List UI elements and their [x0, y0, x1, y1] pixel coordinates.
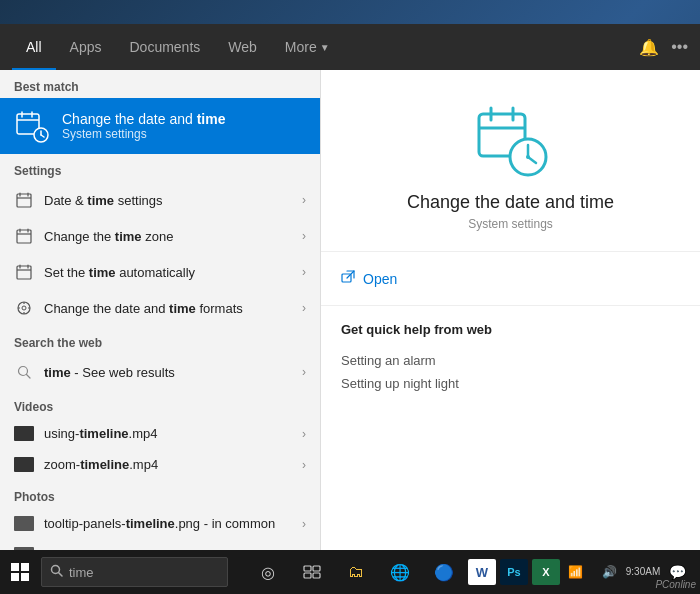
right-actions: Open — [321, 252, 700, 306]
web-label: Search the web — [0, 326, 320, 354]
best-match-title: Change the date and time — [62, 111, 225, 127]
timezone-icon — [14, 226, 34, 246]
help-link-2[interactable]: Setting up night light — [341, 372, 680, 395]
list-item-video1[interactable]: using-timeline.mp4 › — [0, 418, 320, 449]
right-panel: Change the date and time System settings… — [320, 70, 700, 550]
watermark: PConline — [655, 579, 696, 590]
arrow-icon: › — [302, 301, 306, 315]
open-action[interactable]: Open — [341, 264, 680, 293]
start-menu: All Apps Documents Web More ▼ 🔔 ••• Best — [0, 24, 700, 550]
feedback-icon[interactable]: 🔔 — [639, 38, 659, 57]
file-explorer-icon[interactable]: 🗂 — [336, 550, 376, 594]
list-item-photo1[interactable]: tooltip-panels-timeline.png - in common … — [0, 508, 320, 539]
list-item-timezone[interactable]: Change the time zone › — [0, 218, 320, 254]
left-panel: Best match — [0, 70, 320, 550]
list-item-formats-text: Change the date and time formats — [44, 301, 292, 316]
svg-rect-15 — [17, 266, 31, 279]
cortana-icon[interactable]: ◎ — [248, 550, 288, 594]
open-label: Open — [363, 271, 397, 287]
tab-all[interactable]: All — [12, 24, 56, 70]
arrow-icon: › — [302, 458, 306, 472]
auto-time-icon — [14, 262, 34, 282]
formats-icon — [14, 298, 34, 318]
list-item-timezone-text: Change the time zone — [44, 229, 292, 244]
date-time-icon — [14, 190, 34, 210]
photoshop-icon[interactable]: Ps — [500, 559, 528, 585]
svg-rect-39 — [11, 573, 19, 581]
volume-icon[interactable]: 🔊 — [594, 550, 624, 594]
taskbar-search-text: time — [69, 565, 94, 580]
right-subtitle: System settings — [468, 217, 553, 231]
video2-text: zoom-timeline.mp4 — [44, 457, 292, 472]
tab-apps[interactable]: Apps — [56, 24, 116, 70]
list-item-web-search[interactable]: time - See web results › — [0, 354, 320, 390]
chevron-down-icon: ▼ — [320, 42, 330, 53]
taskbar-search-box[interactable]: time — [41, 557, 228, 587]
arrow-icon: › — [302, 193, 306, 207]
svg-line-42 — [58, 573, 62, 577]
taskbar-center-icons: ◎ 🗂 🌐 🔵 W Ps X — [248, 550, 560, 594]
right-top: Change the date and time System settings — [321, 70, 700, 252]
tab-more[interactable]: More ▼ — [271, 24, 344, 70]
chrome-icon[interactable]: 🔵 — [424, 550, 464, 594]
svg-line-26 — [27, 375, 31, 379]
search-tabs: All Apps Documents Web More ▼ — [12, 24, 344, 70]
svg-rect-46 — [313, 573, 320, 578]
edge-icon[interactable]: 🌐 — [380, 550, 420, 594]
task-view-icon[interactable] — [292, 550, 332, 594]
svg-rect-37 — [11, 563, 19, 571]
settings-label: Settings — [0, 154, 320, 182]
search-web-icon — [14, 362, 34, 382]
best-match-subtitle: System settings — [62, 127, 225, 141]
start-button[interactable] — [0, 550, 41, 594]
search-panel: All Apps Documents Web More ▼ 🔔 ••• — [0, 24, 700, 70]
app-icon — [471, 100, 551, 180]
search-actions: 🔔 ••• — [639, 38, 688, 57]
arrow-icon: › — [302, 265, 306, 279]
svg-rect-44 — [313, 566, 320, 571]
photo-file-icon — [14, 516, 34, 531]
video-file-icon2 — [14, 457, 34, 472]
taskbar: time ◎ 🗂 🌐 🔵 W Ps X 📶 🔊 9:30 AM 💬 — [0, 550, 700, 594]
list-item-auto-time-text: Set the time automatically — [44, 265, 292, 280]
web-search-text: time - See web results — [44, 365, 292, 380]
svg-rect-40 — [21, 573, 29, 581]
svg-rect-45 — [304, 573, 311, 578]
network-icon[interactable]: 📶 — [560, 550, 590, 594]
clock[interactable]: 9:30 AM — [628, 550, 658, 594]
list-item-date-time[interactable]: Date & time settings › — [0, 182, 320, 218]
svg-point-34 — [526, 155, 530, 159]
svg-rect-43 — [304, 566, 311, 571]
best-match-label: Best match — [0, 70, 320, 98]
tab-web[interactable]: Web — [214, 24, 271, 70]
list-item-formats[interactable]: Change the date and time formats › — [0, 290, 320, 326]
tab-documents[interactable]: Documents — [115, 24, 214, 70]
svg-rect-11 — [17, 230, 31, 243]
list-item-video2[interactable]: zoom-timeline.mp4 › — [0, 449, 320, 480]
list-item-date-time-text: Date & time settings — [44, 193, 292, 208]
best-match-item[interactable]: Change the date and time System settings — [0, 98, 320, 154]
videos-label: Videos — [0, 390, 320, 418]
right-help: Get quick help from web Setting an alarm… — [321, 306, 700, 411]
list-item-photo2[interactable]: tooltip-panels-timeline.png - in common … — [0, 539, 320, 550]
search-icon — [50, 564, 63, 580]
more-options-icon[interactable]: ••• — [671, 38, 688, 56]
help-link-1[interactable]: Setting an alarm — [341, 349, 680, 372]
open-icon — [341, 270, 355, 287]
photo1-text: tooltip-panels-timeline.png - in common — [44, 516, 292, 531]
svg-point-20 — [22, 306, 26, 310]
arrow-icon: › — [302, 517, 306, 531]
best-match-text: Change the date and time System settings — [62, 111, 225, 141]
arrow-icon: › — [302, 427, 306, 441]
word-icon[interactable]: W — [468, 559, 496, 585]
svg-rect-38 — [21, 563, 29, 571]
photos-label: Photos — [0, 480, 320, 508]
help-title: Get quick help from web — [341, 322, 680, 337]
list-item-auto-time[interactable]: Set the time automatically › — [0, 254, 320, 290]
excel-icon[interactable]: X — [532, 559, 560, 585]
video-file-icon — [14, 426, 34, 441]
video1-text: using-timeline.mp4 — [44, 426, 292, 441]
arrow-icon: › — [302, 365, 306, 379]
right-title: Change the date and time — [407, 192, 614, 213]
best-match-icon — [14, 108, 50, 144]
